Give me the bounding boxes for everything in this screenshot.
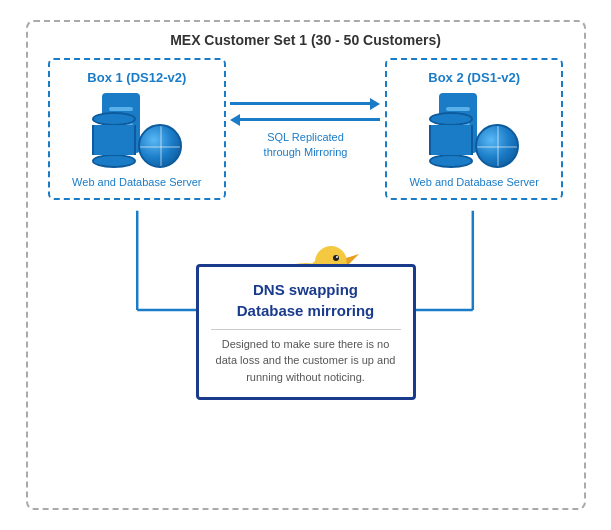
slot xyxy=(109,107,133,111)
arrow-line-2 xyxy=(240,118,380,121)
arrow-left-row xyxy=(230,114,380,126)
box1-title: Box 1 (DS12-v2) xyxy=(87,70,186,85)
box1-label: Web and Database Server xyxy=(72,176,201,188)
bottom-box-description: Designed to make sure there is no data l… xyxy=(211,336,401,386)
diagram-title: MEX Customer Set 1 (30 - 50 Customers) xyxy=(28,32,584,48)
bottom-box-title: DNS swappingDatabase mirroring xyxy=(211,279,401,321)
box1: Box 1 (DS12-v2) Web and Databas xyxy=(48,58,227,200)
arrow-head-right xyxy=(370,98,380,110)
globe-icon-2 xyxy=(475,124,519,168)
svg-point-10 xyxy=(336,256,338,258)
svg-point-9 xyxy=(333,255,339,261)
globe-icon-1 xyxy=(138,124,182,168)
arrow-right-row xyxy=(230,98,380,110)
db-cylinder-2 xyxy=(429,112,473,168)
box2-server-icon xyxy=(429,93,519,168)
box1-server-icon xyxy=(92,93,182,168)
box2-label: Web and Database Server xyxy=(409,176,538,188)
arrow-section: SQL Replicatedthrough Mirroring xyxy=(226,98,385,161)
divider xyxy=(211,329,401,330)
arrow-label: SQL Replicatedthrough Mirroring xyxy=(264,130,348,161)
slot xyxy=(446,107,470,111)
box2-title: Box 2 (DS1-v2) xyxy=(428,70,520,85)
arrow-head-left xyxy=(230,114,240,126)
outer-diagram: MEX Customer Set 1 (30 - 50 Customers) B… xyxy=(26,20,586,510)
bottom-info-box: DNS swappingDatabase mirroring Designed … xyxy=(196,264,416,401)
box2: Box 2 (DS1-v2) Web and Database Server xyxy=(385,58,564,200)
top-row: Box 1 (DS12-v2) Web and Databas xyxy=(28,58,584,200)
bottom-section: DNS swappingDatabase mirroring Designed … xyxy=(28,210,584,410)
db-cylinder-1 xyxy=(92,112,136,168)
arrow-line xyxy=(230,102,370,105)
